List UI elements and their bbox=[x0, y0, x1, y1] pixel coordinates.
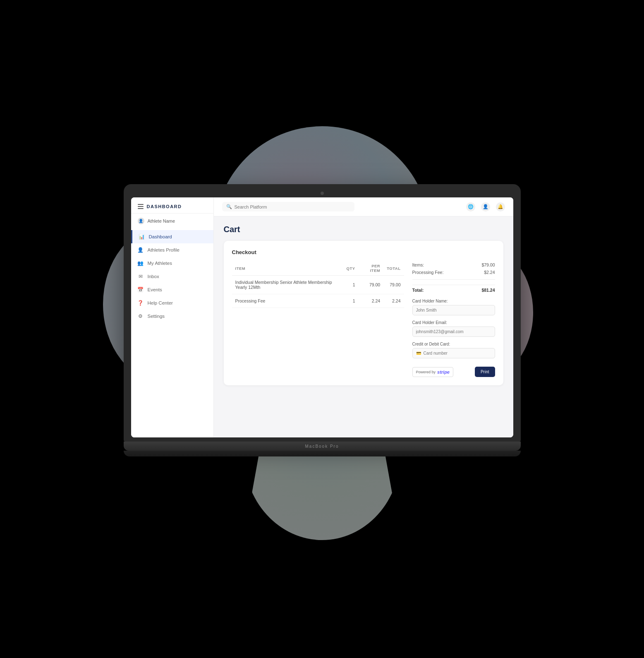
summary-items-row: Items: $79.00 bbox=[412, 261, 495, 269]
logo-text: DASHBOARD bbox=[147, 204, 182, 209]
fee-label: Processing Fee: bbox=[412, 270, 444, 275]
mail-icon: ✉ bbox=[138, 274, 144, 279]
sidebar-item-dashboard[interactable]: 📊 Dashboard bbox=[131, 230, 213, 243]
col-header-total: TOTAL bbox=[383, 261, 404, 276]
card-input-wrap[interactable]: 💳 bbox=[412, 348, 495, 358]
checkout-heading: Checkout bbox=[232, 249, 495, 255]
cardholder-email-input[interactable] bbox=[412, 327, 495, 337]
page-title: Cart bbox=[224, 225, 503, 234]
items-value: $79.00 bbox=[481, 262, 495, 267]
bell-icon[interactable]: 🔔 bbox=[496, 202, 505, 211]
topbar: 🔍 🌐 👤 🔔 bbox=[214, 197, 513, 216]
card-number-input[interactable] bbox=[424, 351, 491, 355]
row1-per-item: 79.00 bbox=[359, 276, 384, 294]
powered-by-label: Powered by bbox=[416, 370, 436, 374]
summary-total-row: Total: $81.24 bbox=[412, 285, 495, 294]
row1-qty: 1 bbox=[343, 276, 359, 294]
help-icon: ❓ bbox=[138, 300, 144, 306]
topbar-actions: 🌐 👤 🔔 bbox=[466, 202, 505, 211]
main-area: 🔍 🌐 👤 🔔 Cart bbox=[214, 197, 513, 437]
laptop-base-bottom bbox=[124, 451, 521, 456]
sidebar-label-my-athletes: My Athletes bbox=[148, 261, 172, 266]
laptop-brand-label: MacBook Pro bbox=[305, 444, 339, 449]
panel-actions: Powered by stripe Print bbox=[412, 367, 495, 377]
sidebar-label-inbox: Inbox bbox=[148, 274, 159, 279]
credit-card-label: Credit or Debit Card: bbox=[412, 342, 495, 346]
row1-item: Individual Membership Senior Athlete Mem… bbox=[232, 276, 343, 294]
table-row: Processing Fee 1 2.24 2.24 bbox=[232, 294, 404, 308]
card-chip-icon: 💳 bbox=[416, 351, 421, 355]
sidebar-label-athletes-profile: Athletes Profile bbox=[148, 247, 180, 252]
sidebar-nav: 📊 Dashboard 👤 Athletes Profile 👥 My Athl… bbox=[131, 228, 213, 324]
checkout-card: Checkout ITEM QTY bbox=[224, 241, 503, 385]
search-icon: 🔍 bbox=[226, 204, 232, 209]
user-profile-link[interactable]: 👤 Athlete Name bbox=[131, 214, 213, 228]
summary-divider bbox=[412, 279, 495, 280]
cardholder-name-label: Card Holder Name: bbox=[412, 299, 495, 303]
person-icon: 👤 bbox=[138, 247, 144, 253]
payment-panel: Items: $79.00 Processing Fee: $2.24 bbox=[412, 261, 495, 377]
stripe-logo: stripe bbox=[437, 370, 450, 375]
total-value: $81.24 bbox=[481, 288, 495, 293]
search-bar[interactable]: 🔍 bbox=[222, 202, 354, 211]
row2-qty: 1 bbox=[343, 294, 359, 308]
cardholder-email-label: Card Holder Email: bbox=[412, 320, 495, 325]
calendar-icon: 📅 bbox=[138, 287, 144, 293]
hamburger-menu[interactable] bbox=[138, 204, 144, 209]
cardholder-name-group: Card Holder Name: bbox=[412, 299, 495, 315]
fee-value: $2.24 bbox=[484, 270, 495, 275]
sidebar-item-my-athletes[interactable]: 👥 My Athletes bbox=[131, 257, 213, 270]
col-header-item: ITEM bbox=[232, 261, 343, 276]
sidebar-label-dashboard: Dashboard bbox=[149, 234, 172, 239]
chart-icon: 📊 bbox=[139, 234, 145, 240]
sidebar-item-events[interactable]: 📅 Events bbox=[131, 283, 213, 296]
cart-table-wrap: ITEM QTY PER ITEM TOTAL bbox=[232, 261, 404, 377]
col-header-qty: QTY bbox=[343, 261, 359, 276]
sidebar-item-athletes-profile[interactable]: 👤 Athletes Profile bbox=[131, 243, 213, 257]
total-label: Total: bbox=[412, 288, 424, 293]
sidebar-item-help-center[interactable]: ❓ Help Center bbox=[131, 296, 213, 310]
row2-total: 2.24 bbox=[383, 294, 404, 308]
checkout-layout: ITEM QTY PER ITEM TOTAL bbox=[232, 261, 495, 377]
cardholder-name-input[interactable] bbox=[412, 305, 495, 315]
camera bbox=[321, 192, 324, 195]
summary-fee-row: Processing Fee: $2.24 bbox=[412, 269, 495, 276]
row1-total: 79.00 bbox=[383, 276, 404, 294]
credit-card-group: Credit or Debit Card: 💳 bbox=[412, 342, 495, 358]
sidebar-label-help-center: Help Center bbox=[148, 300, 173, 305]
table-row: Individual Membership Senior Athlete Mem… bbox=[232, 276, 404, 294]
sidebar-label-events: Events bbox=[148, 287, 162, 292]
laptop: DASHBOARD 👤 Athlete Name 📊 Dashboard bbox=[124, 184, 521, 456]
sidebar-item-inbox[interactable]: ✉ Inbox bbox=[131, 270, 213, 283]
items-label: Items: bbox=[412, 262, 424, 267]
group-icon: 👥 bbox=[138, 260, 144, 266]
page-content: Cart Checkout IT bbox=[214, 216, 513, 437]
row2-per-item: 2.24 bbox=[359, 294, 384, 308]
user-name: Athlete Name bbox=[148, 219, 175, 223]
gear-icon: ⚙ bbox=[138, 313, 144, 319]
stripe-badge: Powered by stripe bbox=[412, 367, 454, 377]
col-header-per-item: PER ITEM bbox=[359, 261, 384, 276]
user-icon[interactable]: 👤 bbox=[481, 202, 490, 211]
print-button[interactable]: Print bbox=[475, 367, 495, 377]
cardholder-email-group: Card Holder Email: bbox=[412, 320, 495, 337]
sidebar-item-settings[interactable]: ⚙ Settings bbox=[131, 310, 213, 323]
globe-icon[interactable]: 🌐 bbox=[466, 202, 475, 211]
sidebar-label-settings: Settings bbox=[148, 314, 165, 319]
sidebar: DASHBOARD 👤 Athlete Name 📊 Dashboard bbox=[131, 197, 214, 437]
screen: DASHBOARD 👤 Athlete Name 📊 Dashboard bbox=[131, 197, 513, 437]
row2-item: Processing Fee bbox=[232, 294, 343, 308]
cart-table: ITEM QTY PER ITEM TOTAL bbox=[232, 261, 404, 308]
avatar: 👤 bbox=[138, 218, 144, 224]
search-input[interactable] bbox=[235, 204, 350, 209]
laptop-base: MacBook Pro bbox=[124, 442, 521, 451]
